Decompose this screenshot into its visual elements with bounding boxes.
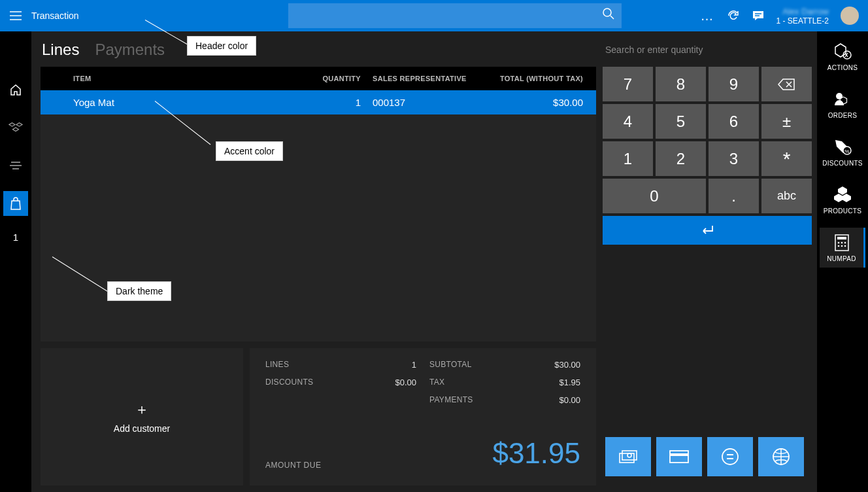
enter-icon bbox=[700, 224, 714, 236]
more-icon[interactable]: … bbox=[701, 9, 715, 24]
home-icon bbox=[9, 83, 22, 96]
kv-lines: LINES1 bbox=[265, 360, 416, 370]
line-item-rep: 000137 bbox=[361, 97, 478, 108]
cash-icon bbox=[618, 448, 639, 465]
key-1[interactable]: 1 bbox=[603, 141, 653, 176]
hamburger-icon bbox=[10, 11, 22, 20]
key-backspace[interactable] bbox=[761, 67, 812, 101]
action-discounts[interactable]: % DISCOUNTS bbox=[820, 132, 865, 172]
user-info[interactable]: Alex Darrow 1 - SEATTLE-2 bbox=[776, 7, 859, 26]
lines-icon bbox=[10, 161, 22, 170]
nav-products[interactable] bbox=[3, 115, 28, 140]
svg-point-17 bbox=[837, 245, 839, 247]
tab-payments[interactable]: Payments bbox=[95, 41, 165, 59]
svg-rect-13 bbox=[837, 237, 846, 239]
lines-empty-area bbox=[41, 114, 596, 342]
svg-rect-5 bbox=[670, 453, 688, 456]
global-search-input[interactable] bbox=[288, 3, 622, 28]
svg-point-3 bbox=[627, 453, 631, 457]
refresh-icon[interactable] bbox=[727, 9, 740, 22]
globe-icon bbox=[771, 447, 791, 466]
action-rail: ACTIONS ORDERS % DISCOUNTS PRODUCTS NUMP… bbox=[817, 31, 868, 492]
action-numpad[interactable]: NUMPAD bbox=[820, 228, 865, 268]
left-nav-rail: 1 bbox=[0, 31, 31, 492]
svg-point-16 bbox=[844, 242, 846, 244]
col-quantity: QUANTITY bbox=[289, 75, 361, 82]
header-actions: … Alex Darrow 1 - SEATTLE-2 bbox=[701, 7, 868, 26]
pay-currency-button[interactable] bbox=[758, 437, 804, 476]
kv-tax: TAX$1.95 bbox=[429, 378, 580, 387]
numpad-icon bbox=[832, 233, 852, 253]
avatar bbox=[841, 7, 859, 25]
key-3[interactable]: 3 bbox=[709, 141, 759, 176]
equals-circle-icon bbox=[720, 447, 740, 466]
lines-header: ITEM QUANTITY SALES REPRESENTATIVE TOTAL… bbox=[41, 67, 596, 90]
search-or-quantity-input[interactable]: Search or enter quantity bbox=[603, 38, 817, 67]
header-bar: Transaction … Alex Darrow 1 - SEATTLE-2 bbox=[0, 0, 868, 31]
app-root: Transaction … Alex Darrow 1 - SEATTLE-2 bbox=[0, 0, 868, 492]
col-total: TOTAL (WITHOUT TAX) bbox=[478, 75, 583, 82]
col-sales-rep: SALES REPRESENTATIVE bbox=[361, 75, 478, 82]
boxes-icon bbox=[8, 120, 23, 135]
key-0[interactable]: 0 bbox=[603, 179, 706, 213]
pay-card-button[interactable] bbox=[656, 437, 702, 476]
products-icon bbox=[833, 185, 852, 205]
key-4[interactable]: 4 bbox=[603, 104, 653, 139]
action-actions[interactable]: ACTIONS bbox=[820, 37, 865, 77]
pay-exact-button[interactable] bbox=[707, 437, 753, 476]
svg-point-18 bbox=[841, 245, 843, 247]
svg-point-15 bbox=[841, 242, 843, 244]
amount-due-value: $31.95 bbox=[492, 437, 580, 470]
key-8[interactable]: 8 bbox=[656, 67, 706, 101]
actions-icon bbox=[833, 42, 852, 62]
key-decimal[interactable]: . bbox=[709, 179, 759, 213]
add-customer-label: Add customer bbox=[114, 423, 170, 434]
kv-subtotal: SUBTOTAL$30.00 bbox=[429, 360, 580, 370]
key-7[interactable]: 7 bbox=[603, 67, 653, 101]
line-row[interactable]: Yoga Mat 1 000137 $30.00 bbox=[41, 90, 596, 114]
svg-point-14 bbox=[837, 242, 839, 244]
key-6[interactable]: 6 bbox=[709, 104, 759, 139]
svg-point-0 bbox=[603, 9, 611, 16]
amount-due-label: AMOUNT DUE bbox=[265, 461, 321, 470]
annotation-dark-theme: Dark theme bbox=[107, 281, 171, 301]
nav-transaction[interactable] bbox=[3, 191, 28, 216]
svg-rect-4 bbox=[670, 451, 688, 463]
payment-buttons bbox=[603, 437, 817, 485]
tab-lines[interactable]: Lines bbox=[42, 41, 79, 59]
tabs: Lines Payments bbox=[41, 38, 596, 67]
message-icon[interactable] bbox=[752, 9, 765, 22]
bottom-row: ＋ Add customer LINES1 DISCOUNTS$0.00 SUB… bbox=[41, 348, 596, 485]
user-name: Alex Darrow bbox=[776, 7, 829, 16]
amount-due: AMOUNT DUE $31.95 bbox=[265, 413, 580, 470]
key-asterisk[interactable]: * bbox=[761, 141, 812, 176]
key-plusminus[interactable]: ± bbox=[761, 104, 812, 139]
line-item-total: $30.00 bbox=[478, 97, 583, 108]
transaction-column: Lines Payments ITEM QUANTITY SALES REPRE… bbox=[31, 31, 603, 492]
kv-payments: PAYMENTS$0.00 bbox=[429, 395, 580, 405]
nav-home[interactable] bbox=[3, 77, 28, 102]
store-label: 1 - SEATTLE-2 bbox=[776, 16, 829, 26]
key-9[interactable]: 9 bbox=[709, 67, 759, 101]
bag-icon bbox=[10, 197, 22, 210]
kv-discounts: DISCOUNTS$0.00 bbox=[265, 378, 416, 387]
nav-lines[interactable] bbox=[3, 153, 28, 178]
svg-point-6 bbox=[722, 449, 738, 465]
plus-icon: ＋ bbox=[135, 400, 149, 419]
svg-point-19 bbox=[844, 245, 846, 247]
right-column: Search or enter quantity 7 8 9 4 5 6 ± 1… bbox=[603, 31, 817, 492]
main-area: Lines Payments ITEM QUANTITY SALES REPRE… bbox=[31, 31, 817, 492]
menu-button[interactable] bbox=[0, 0, 31, 31]
pay-cash-button[interactable] bbox=[605, 437, 651, 476]
svg-text:%: % bbox=[844, 149, 849, 154]
key-5[interactable]: 5 bbox=[656, 104, 706, 139]
add-customer-button[interactable]: ＋ Add customer bbox=[41, 348, 243, 485]
key-2[interactable]: 2 bbox=[656, 141, 706, 176]
action-products[interactable]: PRODUCTS bbox=[820, 180, 865, 220]
annotation-accent-color: Accent color bbox=[216, 141, 283, 161]
discounts-icon: % bbox=[833, 137, 852, 157]
action-orders[interactable]: ORDERS bbox=[820, 84, 865, 124]
key-enter[interactable] bbox=[603, 216, 812, 245]
key-abc[interactable]: abc bbox=[761, 179, 812, 213]
line-item-name: Yoga Mat bbox=[73, 97, 289, 108]
